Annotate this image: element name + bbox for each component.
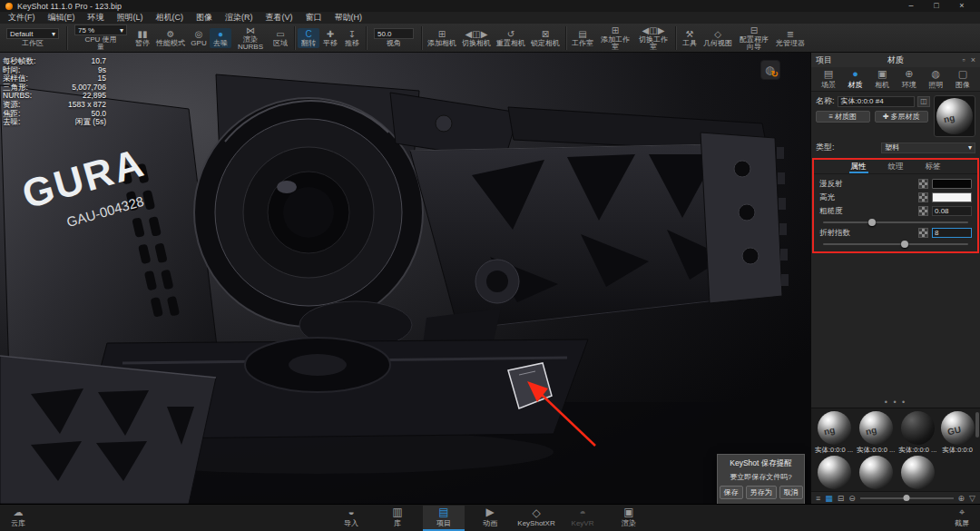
roughness-input[interactable]: 0.08 <box>932 206 972 216</box>
cpu-usage-selector[interactable]: 75 %▾ CPU 使用量 <box>70 25 132 51</box>
panel-splitter-handle[interactable]: • • • <box>811 398 980 408</box>
toolbar-button[interactable]: ⊞ 添加工作室 <box>596 25 634 52</box>
fov-control[interactable]: 50.0 视角 <box>369 28 418 47</box>
toolbar-button[interactable]: ◇ 几何视图 <box>701 28 735 48</box>
texture-checker-icon[interactable] <box>918 228 928 238</box>
material-thumbnail[interactable]: 实体:0:0:0 ... <box>898 411 936 455</box>
thumbnails-scrollbar[interactable] <box>975 412 979 438</box>
thumbnail-size-slider[interactable] <box>860 497 954 499</box>
ior-slider[interactable] <box>823 243 968 245</box>
project-tab[interactable]: ⊕ 环境 <box>897 69 921 90</box>
menu-item[interactable]: 帮助(H) <box>328 12 369 24</box>
material-name-input[interactable]: 实体:0:0:0 #4 <box>838 96 915 107</box>
realtime-viewport[interactable]: GURA GAU-004328 <box>0 53 810 504</box>
project-tab[interactable]: ▤ 场景 <box>817 69 840 90</box>
property-tab[interactable]: 纹理 <box>887 162 906 173</box>
toolbar-button[interactable]: ▮▮ 暂停 <box>132 28 153 48</box>
workspace-selector[interactable]: Default▾ 工作区 <box>2 28 64 47</box>
menu-item[interactable]: 编辑(E) <box>42 12 82 24</box>
maximize-button[interactable]: □ <box>924 0 949 12</box>
ribbon-button[interactable]: ◓ KeyVR <box>562 506 603 531</box>
close-button[interactable]: × <box>949 0 975 12</box>
list-view-icon[interactable]: ≡ <box>816 492 820 505</box>
toolbar-button[interactable]: ⚙ 性能模式 <box>153 28 188 48</box>
zoom-in-icon[interactable]: ⊕ <box>958 492 965 505</box>
toolbar-button[interactable]: C 翻转 <box>298 28 319 48</box>
grid-view-icon[interactable]: ▦ <box>825 492 833 505</box>
material-thumbnail[interactable]: GU 实体:0:0:0 <box>940 411 975 455</box>
menu-item[interactable]: 文件(F) <box>2 12 42 24</box>
ior-input[interactable]: 8 <box>932 228 972 238</box>
menu-item[interactable]: 窗口 <box>299 12 328 24</box>
toolbar-button[interactable]: ⊠ 锁定相机 <box>528 28 563 48</box>
property-tab[interactable]: 标签 <box>924 162 943 173</box>
material-name-value: 实体:0:0:0 #4 <box>841 96 884 106</box>
ribbon-button[interactable]: ▶ 动画 <box>469 506 511 531</box>
material-thumbnail[interactable] <box>815 456 853 489</box>
multi-material-button[interactable]: ✚ 多层材质 <box>875 111 929 123</box>
texture-checker-icon[interactable] <box>918 206 928 216</box>
toolbar-button[interactable]: ⊟ 配置程序向导 <box>735 25 773 52</box>
keyshot-logo-icon <box>5 3 13 10</box>
toolbar-button[interactable]: ● 去噪 <box>210 28 231 48</box>
material-thumbnail[interactable] <box>898 456 936 489</box>
toolbar-button-label: 锁定相机 <box>531 40 560 47</box>
menu-item[interactable]: 渲染(R) <box>219 12 260 24</box>
toolbar-button[interactable]: ▭ 区域 <box>270 28 291 48</box>
minimize-button[interactable]: – <box>898 0 924 12</box>
camera-icon: ⊞ <box>438 29 446 39</box>
ribbon-button[interactable]: ▥ 库 <box>377 506 418 531</box>
ribbon-button[interactable]: ▣ 渲染 <box>608 506 650 531</box>
specular-color-swatch[interactable] <box>932 192 972 202</box>
link-icon[interactable]: ◫ <box>917 96 930 107</box>
material-thumbnail[interactable]: ng 实体:0:0:0 ... <box>857 411 895 455</box>
menu-item[interactable]: 照明(L) <box>111 12 150 24</box>
tree-view-icon[interactable]: ⊟ <box>838 492 845 505</box>
material-preview[interactable]: ng <box>934 95 975 137</box>
cloud-library-button[interactable]: ☁ 云库 <box>11 506 25 528</box>
filter-icon[interactable]: ▽ <box>969 492 975 505</box>
toolbar-button[interactable]: ↺ 重置相机 <box>494 28 528 48</box>
project-tab[interactable]: ◍ 照明 <box>924 69 947 90</box>
project-tab[interactable]: ▣ 相机 <box>870 69 894 90</box>
ribbon-button[interactable]: ◒ 导入 <box>330 506 372 531</box>
toolbar-button[interactable]: ⋈ 渲染NURBS <box>231 25 270 52</box>
toolbar-button-label: 工作室 <box>572 40 593 47</box>
menu-item[interactable]: 相机(C) <box>150 12 191 24</box>
menu-item[interactable]: 环境 <box>82 12 111 24</box>
toolbar-button[interactable]: ◀◫▶ 切换工作室 <box>634 25 672 52</box>
toolbar-button[interactable]: ↧ 推移 <box>341 28 363 48</box>
toolbar-button[interactable]: ✚ 平移 <box>319 28 341 48</box>
screenshot-button[interactable]: ⌖ 截屏 <box>955 506 969 528</box>
dialog-button[interactable]: 取消 <box>779 486 803 499</box>
zoom-out-icon[interactable]: ⊖ <box>848 492 856 505</box>
ribbon-button[interactable]: ▤ 项目 <box>423 506 465 531</box>
material-graph-button[interactable]: ≡ 材质图 <box>816 111 870 123</box>
menu-item[interactable]: 查看(V) <box>260 12 299 24</box>
close-panel-icon[interactable]: × <box>971 55 975 64</box>
ribbon-button[interactable]: ◇ KeyShotXR <box>515 506 557 531</box>
menu-item[interactable]: 图像 <box>190 12 219 24</box>
dialog-button[interactable]: 另存为 <box>746 486 777 499</box>
property-tab[interactable]: 属性 <box>849 162 868 173</box>
material-type-select[interactable]: 塑料 ▾ <box>881 143 975 153</box>
texture-checker-icon[interactable] <box>918 179 928 189</box>
toolbar-button[interactable]: ⊞ 添加相机 <box>425 28 459 48</box>
environment-update-button[interactable]: ◍ ↻ <box>760 60 780 80</box>
property-tabs: 属性纹理标签 <box>814 162 977 174</box>
toolbar-button[interactable]: ≣ 光管理器 <box>773 28 808 48</box>
toolbar-button[interactable]: ▤ 工作室 <box>569 28 596 48</box>
material-thumbnail[interactable]: ng 实体:0:0:0 ... <box>815 411 853 455</box>
float-panel-icon[interactable]: ▫ <box>963 55 965 64</box>
toolbar-button[interactable]: ◀◫▶ 切换相机 <box>459 28 494 48</box>
toolbar-button[interactable]: ⚒ 工具 <box>679 28 701 48</box>
project-tab[interactable]: ● 材质 <box>844 69 867 90</box>
diffuse-color-swatch[interactable] <box>932 179 972 189</box>
roughness-slider[interactable] <box>823 221 968 223</box>
project-tab[interactable]: ▢ 图像 <box>951 69 975 90</box>
title-bar: KeyShot 11.1.0 Pro - 123.bip – □ × <box>0 0 980 12</box>
texture-checker-icon[interactable] <box>918 192 928 202</box>
toolbar-button[interactable]: ◎ GPU <box>188 28 210 48</box>
dialog-button[interactable]: 保存 <box>720 486 743 499</box>
material-thumbnail[interactable] <box>857 456 895 489</box>
